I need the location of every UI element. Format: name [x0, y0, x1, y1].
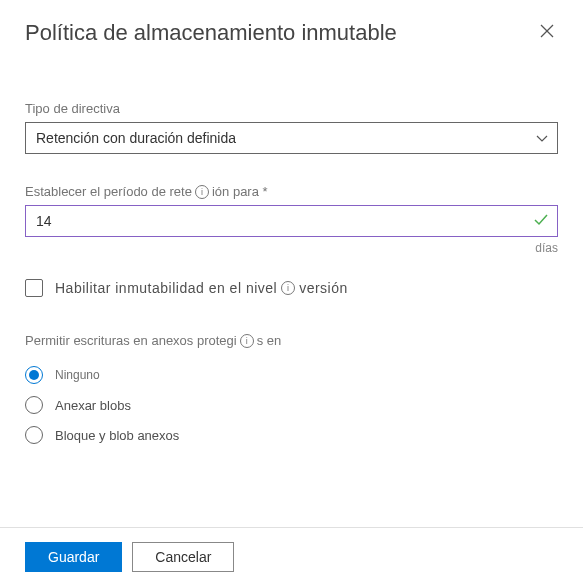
- radio-label: Anexar blobs: [55, 398, 131, 413]
- close-button[interactable]: [536, 20, 558, 46]
- version-immutability-label: Habilitar inmutabilidad en el nivel i ve…: [55, 280, 348, 296]
- info-icon[interactable]: i: [195, 185, 209, 199]
- retention-input[interactable]: [25, 205, 558, 237]
- policy-type-value: Retención con duración definida: [36, 130, 236, 146]
- info-icon[interactable]: i: [281, 281, 295, 295]
- radio-icon: [25, 366, 43, 384]
- info-icon[interactable]: i: [240, 334, 254, 348]
- checkmark-icon: [534, 212, 548, 230]
- panel-title: Política de almacenamiento inmutable: [25, 20, 397, 46]
- radio-icon: [25, 426, 43, 444]
- radio-option-append[interactable]: Anexar blobs: [25, 396, 558, 414]
- radio-label: Bloque y blob anexos: [55, 428, 179, 443]
- policy-type-select[interactable]: Retención con duración definida: [25, 122, 558, 154]
- version-immutability-checkbox[interactable]: [25, 279, 43, 297]
- save-button[interactable]: Guardar: [25, 542, 122, 572]
- radio-option-none[interactable]: Ninguno: [25, 366, 558, 384]
- cancel-button[interactable]: Cancelar: [132, 542, 234, 572]
- close-icon: [540, 24, 554, 38]
- radio-option-block[interactable]: Bloque y blob anexos: [25, 426, 558, 444]
- retention-label: Establecer el período de reteiión para *: [25, 184, 268, 199]
- radio-icon: [25, 396, 43, 414]
- retention-unit: días: [25, 241, 558, 255]
- radio-label: Ninguno: [55, 368, 100, 382]
- append-writes-label: Permitir escrituras en anexos protegiis …: [25, 333, 281, 348]
- policy-type-label: Tipo de directiva: [25, 101, 558, 116]
